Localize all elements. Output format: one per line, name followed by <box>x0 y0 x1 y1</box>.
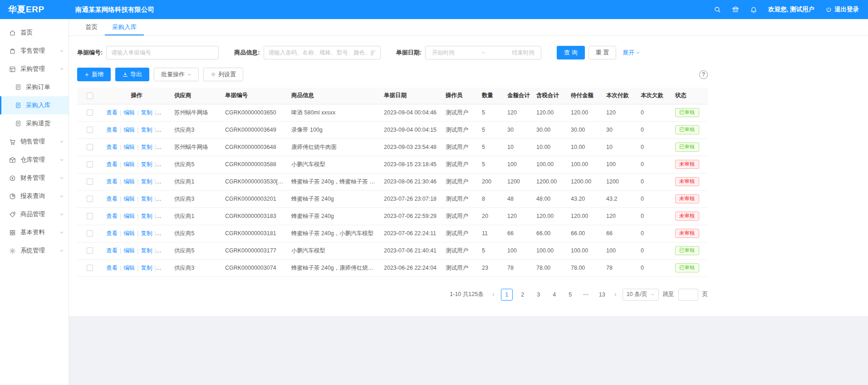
view-link[interactable]: 查看 <box>106 127 118 133</box>
row-checkbox[interactable] <box>87 109 93 116</box>
copy-link[interactable]: 复制 <box>141 144 152 150</box>
edit-link[interactable]: 编辑 <box>123 109 135 116</box>
sidebar-item-basic-data[interactable]: 基本资料 <box>0 223 69 242</box>
copy-link[interactable]: 复制 <box>141 161 152 168</box>
page-number[interactable]: 4 <box>549 289 560 301</box>
amount-cell: 1200 <box>504 173 533 190</box>
column-settings-button[interactable]: 列设置 <box>203 68 243 81</box>
view-link[interactable]: 查看 <box>106 178 118 185</box>
date-cell: 2023-07-06 22:59:29 <box>380 207 442 225</box>
view-link[interactable]: 查看 <box>106 265 118 271</box>
chevron-down-icon <box>59 176 64 180</box>
bank-icon[interactable] <box>732 6 739 13</box>
row-checkbox[interactable] <box>87 127 93 133</box>
table-row: 查看|编辑|复制|删除供应商1CGRK00000003530[订]蜂蜜柚子茶 2… <box>77 173 708 190</box>
edit-link[interactable]: 编辑 <box>123 247 135 254</box>
tab-home[interactable]: 首页 <box>78 19 105 35</box>
edit-link[interactable]: 编辑 <box>123 213 135 219</box>
edit-link[interactable]: 编辑 <box>123 196 135 202</box>
sidebar-item-purchase-inbound[interactable]: 采购入库 <box>0 96 69 114</box>
sidebar-item-purchase[interactable]: 采购管理 <box>0 60 69 78</box>
row-checkbox[interactable] <box>87 178 93 185</box>
edit-link[interactable]: 编辑 <box>123 265 135 271</box>
view-link[interactable]: 查看 <box>106 161 118 168</box>
amount-cell: 48 <box>504 190 533 207</box>
page-number[interactable]: 1 <box>501 289 513 301</box>
next-page-button[interactable] <box>612 292 618 297</box>
row-checkbox[interactable] <box>87 161 93 168</box>
view-link[interactable]: 查看 <box>106 247 118 254</box>
copy-link[interactable]: 复制 <box>141 265 152 271</box>
sidebar-item-purchase-return[interactable]: 采购退货 <box>0 114 69 133</box>
row-checkbox[interactable] <box>87 230 93 237</box>
purchase-submenu: 采购订单 采购入库 采购退货 <box>0 78 69 133</box>
action-separator: | <box>155 109 156 116</box>
edit-link[interactable]: 编辑 <box>123 178 135 185</box>
sidebar-item-home[interactable]: 首页 <box>0 24 69 42</box>
search-icon[interactable] <box>714 6 721 13</box>
select-all-checkbox[interactable] <box>87 93 93 99</box>
row-checkbox[interactable] <box>87 144 93 150</box>
page-number[interactable]: 5 <box>564 289 576 301</box>
col-header-bill-no: 单据编号 <box>221 88 288 104</box>
edit-link[interactable]: 编辑 <box>123 161 135 168</box>
qty-cell: 5 <box>478 138 504 156</box>
date-range-picker[interactable]: 开始时间 ~ 结束时间 <box>425 46 541 59</box>
view-link[interactable]: 查看 <box>106 213 118 219</box>
operator-cell: 测试用户 <box>442 156 478 173</box>
sidebar-item-warehouse[interactable]: 仓库管理 <box>0 151 69 169</box>
copy-link[interactable]: 复制 <box>141 178 152 185</box>
search-button[interactable]: 查 询 <box>557 46 585 59</box>
copy-link[interactable]: 复制 <box>141 247 152 254</box>
supplier-cell: 供应商3 <box>171 259 221 276</box>
page-size-select[interactable]: 10 条/页 <box>623 289 659 301</box>
date-cell: 2023-09-04 00:04:15 <box>380 121 442 138</box>
export-button[interactable]: 导出 <box>115 68 149 81</box>
table-row: 查看|编辑|复制|删除苏州蜗牛网络CGRK00000003648康师傅红烧牛肉面… <box>77 138 708 156</box>
row-checkbox[interactable] <box>87 265 93 271</box>
bill-no-input[interactable] <box>106 46 219 59</box>
prev-page-button[interactable] <box>490 292 497 297</box>
bell-icon[interactable] <box>750 6 757 13</box>
copy-link[interactable]: 复制 <box>141 196 152 202</box>
logout-button[interactable]: 退出登录 <box>825 5 859 14</box>
copy-link[interactable]: 复制 <box>141 127 152 133</box>
product-info-input[interactable] <box>264 46 381 59</box>
sidebar-item-system[interactable]: 系统管理 <box>0 242 69 260</box>
sidebar-item-retail[interactable]: 零售管理 <box>0 42 69 60</box>
operator-cell: 测试用户 <box>442 259 478 276</box>
row-checkbox[interactable] <box>87 213 93 219</box>
view-link[interactable]: 查看 <box>106 196 118 202</box>
view-link[interactable]: 查看 <box>106 144 118 150</box>
expand-link[interactable]: 展开 <box>623 49 640 57</box>
add-button[interactable]: 新增 <box>77 68 111 81</box>
row-checkbox[interactable] <box>87 247 93 254</box>
copy-link[interactable]: 复制 <box>141 213 152 219</box>
jump-to-input[interactable] <box>678 289 698 301</box>
tab-purchase-inbound[interactable]: 采购入库 <box>105 19 144 35</box>
help-icon[interactable]: ? <box>699 70 708 79</box>
edit-link[interactable]: 编辑 <box>123 144 135 150</box>
tax-total-cell: 100.00 <box>533 242 567 259</box>
sidebar-item-finance[interactable]: 财务管理 <box>0 169 69 187</box>
view-link[interactable]: 查看 <box>106 109 118 116</box>
sidebar-item-sales[interactable]: 销售管理 <box>0 133 69 151</box>
page-number[interactable]: 13 <box>596 289 608 301</box>
batch-actions-button[interactable]: 批量操作 <box>154 68 199 81</box>
sidebar-item-reports[interactable]: 报表查询 <box>0 187 69 205</box>
paid-cell: 100 <box>603 242 637 259</box>
sidebar-item-purchase-order[interactable]: 采购订单 <box>0 78 69 96</box>
edit-link[interactable]: 编辑 <box>123 127 135 133</box>
sidebar-item-goods[interactable]: 商品管理 <box>0 205 69 223</box>
row-checkbox[interactable] <box>87 196 93 202</box>
page-number[interactable]: 2 <box>517 289 529 301</box>
copy-link[interactable]: 复制 <box>141 109 152 116</box>
copy-link[interactable]: 复制 <box>141 230 152 237</box>
edit-link[interactable]: 编辑 <box>123 230 135 237</box>
app-logo: 华夏ERP <box>0 4 69 15</box>
debt-cell: 0 <box>637 225 672 242</box>
view-link[interactable]: 查看 <box>106 230 118 237</box>
page-number[interactable]: 3 <box>533 289 544 301</box>
reset-button[interactable]: 重 置 <box>588 46 617 59</box>
bill-no-cell: CGRK00000003201 <box>221 190 288 207</box>
